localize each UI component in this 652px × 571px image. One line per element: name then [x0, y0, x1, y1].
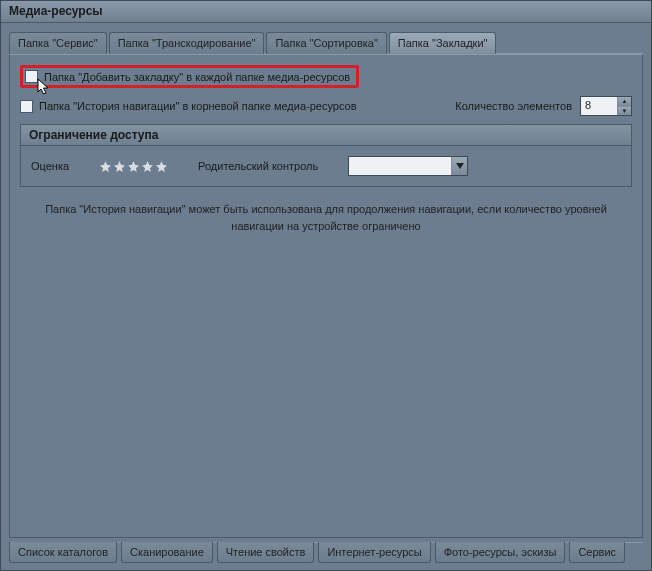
spinner-elements-count[interactable]: 8 ▲ ▼ [580, 96, 632, 116]
tab-bookmarks-folder[interactable]: Папка "Закладки" [389, 32, 497, 54]
label-parental-control: Родительский контроль [198, 160, 318, 172]
elements-count-group: Количество элементов 8 ▲ ▼ [455, 96, 632, 116]
tab-scanning[interactable]: Сканирование [121, 542, 213, 563]
chevron-down-icon [456, 163, 464, 169]
dropdown-button[interactable] [451, 157, 467, 175]
label-nav-history: Папка "История навигации" в корневой пап… [39, 100, 357, 112]
star-icon[interactable] [99, 160, 112, 173]
tab-service-folder[interactable]: Папка "Сервис" [9, 32, 107, 54]
tab-body: Папка "Добавить закладку" в каждой папке… [9, 54, 643, 538]
row-nav-history: Папка "История навигации" в корневой пап… [20, 96, 632, 116]
row-add-bookmark: Папка "Добавить закладку" в каждой папке… [20, 65, 632, 88]
access-restriction-group: Ограничение доступа Оценка Родительский … [20, 124, 632, 187]
tab-service[interactable]: Сервис [569, 542, 625, 563]
tab-catalog-list[interactable]: Список каталогов [9, 542, 117, 563]
highlight-add-bookmark: Папка "Добавить закладку" в каждой папке… [20, 65, 359, 88]
star-icon[interactable] [155, 160, 168, 173]
access-restriction-title: Ограничение доступа [21, 125, 631, 146]
tab-sorting-folder[interactable]: Папка "Сортировка" [266, 32, 386, 54]
tab-internet-resources[interactable]: Интернет-ресурсы [318, 542, 430, 563]
spinner-buttons: ▲ ▼ [617, 97, 631, 115]
star-icon[interactable] [141, 160, 154, 173]
label-elements-count: Количество элементов [455, 100, 572, 112]
label-add-bookmark: Папка "Добавить закладку" в каждой папке… [44, 71, 350, 83]
access-restriction-body: Оценка Родительский контроль [21, 146, 631, 186]
tab-read-properties[interactable]: Чтение свойств [217, 542, 315, 563]
tab-photo-resources[interactable]: Фото-ресурсы, эскизы [435, 542, 566, 563]
media-resources-window: Медиа-ресурсы Папка "Сервис" Папка "Тран… [0, 0, 652, 571]
label-rating: Оценка [31, 160, 69, 172]
spinner-value[interactable]: 8 [581, 97, 617, 115]
dropdown-value [349, 157, 451, 175]
spinner-down-button[interactable]: ▼ [618, 107, 631, 116]
tabs-top: Папка "Сервис" Папка "Транскодирование" … [9, 31, 643, 54]
tab-transcoding-folder[interactable]: Папка "Транскодирование" [109, 32, 265, 54]
star-icon[interactable] [127, 160, 140, 173]
checkbox-add-bookmark[interactable] [25, 70, 38, 83]
checkbox-nav-history[interactable] [20, 100, 33, 113]
rating-stars[interactable] [99, 160, 168, 173]
star-icon[interactable] [113, 160, 126, 173]
info-text: Папка "История навигации" может быть исп… [20, 201, 632, 234]
spinner-up-button[interactable]: ▲ [618, 97, 631, 107]
window-title: Медиа-ресурсы [1, 1, 651, 23]
tabs-bottom: Список каталогов Сканирование Чтение сво… [1, 543, 651, 570]
dropdown-parental-control[interactable] [348, 156, 468, 176]
content-area: Папка "Сервис" Папка "Транскодирование" … [1, 23, 651, 542]
